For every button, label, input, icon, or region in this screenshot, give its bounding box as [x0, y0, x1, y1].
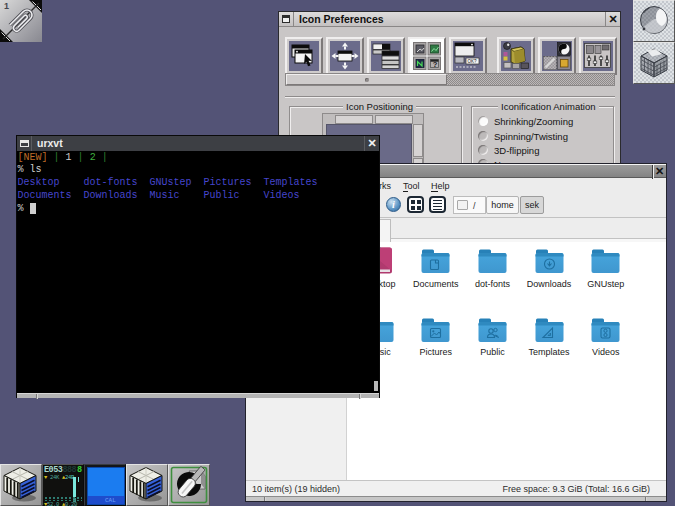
svg-text:OK?: OK? — [468, 59, 478, 64]
svg-text:1: 1 — [4, 1, 9, 11]
svg-text:?: ? — [433, 60, 438, 69]
